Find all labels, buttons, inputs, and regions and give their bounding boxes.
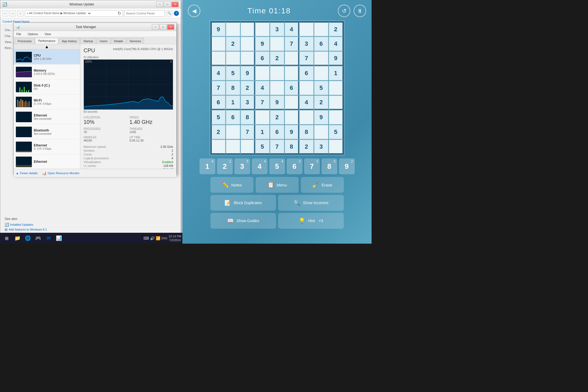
tm-close-button[interactable]: ✕ — [167, 24, 174, 30]
start-button[interactable]: ⊞ — [1, 233, 12, 243]
tab-users[interactable]: Users — [97, 38, 111, 44]
sudoku-cell-5-4[interactable]: 9 — [270, 96, 284, 110]
sudoku-cell-3-1[interactable]: 5 — [226, 66, 240, 80]
back-button[interactable]: ← — [2, 10, 8, 17]
sudoku-cell-4-7[interactable]: 5 — [314, 81, 328, 95]
sudoku-cell-2-3[interactable]: 6 — [255, 51, 270, 66]
sudoku-cell-0-0[interactable]: 9 — [211, 22, 225, 36]
sudoku-cell-8-1[interactable] — [226, 140, 240, 154]
taskbar-task-manager[interactable]: 📊 — [54, 233, 64, 243]
sudoku-cell-6-5[interactable] — [285, 110, 299, 124]
sudoku-cell-7-4[interactable]: 6 — [270, 125, 284, 139]
sudoku-cell-8-7[interactable]: 3 — [314, 140, 328, 154]
sudoku-cell-8-3[interactable]: 5 — [255, 140, 270, 154]
sudoku-cell-1-4[interactable] — [270, 37, 284, 51]
sudoku-cell-1-5[interactable]: 7 — [285, 37, 299, 51]
sudoku-cell-6-6[interactable] — [299, 110, 314, 124]
scroll-up-btn[interactable]: ▲ — [14, 44, 80, 50]
taskbar-xbox[interactable]: 🎮 — [33, 233, 43, 243]
sudoku-cell-2-4[interactable]: 2 — [270, 51, 284, 66]
sudoku-cell-1-1[interactable]: 2 — [226, 37, 240, 51]
fewer-details-btn[interactable]: ▲ Fewer details — [16, 171, 38, 175]
search-input[interactable] — [124, 10, 165, 17]
address-dropdown[interactable] — [86, 11, 91, 15]
show-incorrect-button[interactable]: 🔍 Show Incorrect — [278, 195, 344, 211]
address-refresh[interactable]: ↻ — [118, 11, 121, 16]
up-button[interactable]: ↑ — [17, 10, 24, 17]
sudoku-cell-0-3[interactable] — [255, 22, 270, 36]
sidebar-item-wifi[interactable]: Wi-Fi S: 0 R: 0 Kbps — [14, 94, 80, 109]
num-btn-8[interactable]: 85 — [321, 158, 337, 174]
sudoku-cell-2-0[interactable] — [211, 51, 225, 66]
tab-startup[interactable]: Startup — [80, 38, 96, 44]
sudoku-cell-6-1[interactable]: 6 — [226, 110, 240, 124]
sudoku-cell-6-3[interactable] — [255, 110, 270, 124]
sudoku-cell-7-5[interactable]: 9 — [285, 125, 299, 139]
sudoku-cell-7-0[interactable]: 2 — [211, 125, 225, 139]
taskbar-mail[interactable]: ✉ — [44, 233, 53, 243]
show-guides-button[interactable]: 📖 Show Guides — [210, 213, 276, 229]
close-button[interactable]: ✕ — [171, 2, 179, 7]
sudoku-cell-2-2[interactable] — [241, 51, 255, 66]
tm-minimize-button[interactable]: ─ — [152, 24, 159, 30]
tm-maximize-button[interactable]: □ — [160, 24, 167, 30]
sudoku-cell-7-3[interactable]: 1 — [255, 125, 270, 139]
tab-processes[interactable]: Processes — [15, 38, 35, 44]
sudoku-cell-2-7[interactable] — [314, 51, 328, 66]
sudoku-cell-6-2[interactable]: 8 — [241, 110, 255, 124]
sudoku-cell-4-2[interactable]: 2 — [241, 81, 255, 95]
sudoku-cell-8-2[interactable] — [241, 140, 255, 154]
sudoku-cell-3-7[interactable] — [314, 66, 328, 80]
sudoku-cell-1-7[interactable]: 6 — [314, 37, 328, 51]
back-button[interactable]: ◀ — [188, 5, 200, 17]
sudoku-cell-2-8[interactable]: 9 — [329, 51, 343, 66]
sudoku-cell-7-1[interactable] — [226, 125, 240, 139]
num-btn-1[interactable]: 16 — [200, 158, 215, 174]
sudoku-cell-0-6[interactable] — [299, 22, 314, 36]
sudoku-cell-6-0[interactable]: 5 — [211, 110, 225, 124]
hint-button[interactable]: 💡 Hint ×3 — [278, 213, 344, 229]
tab-app-history[interactable]: App history — [59, 38, 80, 44]
sudoku-cell-1-0[interactable] — [211, 37, 225, 51]
menu-options[interactable]: Options — [26, 32, 40, 36]
sudoku-cell-0-2[interactable] — [241, 22, 255, 36]
sudoku-cell-4-4[interactable] — [270, 81, 284, 95]
sudoku-cell-0-7[interactable] — [314, 22, 328, 36]
help-button[interactable]: ? — [174, 11, 179, 16]
sudoku-cell-8-5[interactable]: 8 — [285, 140, 299, 154]
sudoku-cell-1-3[interactable]: 9 — [255, 37, 270, 51]
num-btn-2[interactable]: 21 — [217, 158, 233, 174]
erase-button[interactable]: 🧹 Erase — [301, 177, 344, 193]
sudoku-cell-8-6[interactable]: 2 — [299, 140, 314, 154]
menu-file[interactable]: File — [15, 32, 23, 36]
sudoku-cell-4-8[interactable] — [329, 81, 343, 95]
sidebar-item-cpu[interactable]: CPU 10% 1.40 GHz — [14, 50, 80, 65]
num-btn-5[interactable]: 54 — [269, 158, 285, 174]
sudoku-cell-5-6[interactable]: 4 — [299, 96, 314, 110]
sudoku-cell-2-5[interactable] — [285, 51, 299, 66]
sudoku-cell-0-5[interactable]: 4 — [285, 22, 299, 36]
sudoku-cell-8-0[interactable] — [211, 140, 225, 154]
sudoku-cell-7-8[interactable]: 5 — [329, 125, 343, 139]
sudoku-cell-6-4[interactable]: 2 — [270, 110, 284, 124]
sudoku-cell-5-2[interactable]: 3 — [241, 96, 255, 110]
taskbar-ie[interactable]: 🌐 — [23, 233, 33, 243]
sudoku-cell-5-5[interactable] — [285, 96, 299, 110]
minimize-button[interactable]: ─ — [156, 2, 163, 7]
sudoku-cell-3-5[interactable] — [285, 66, 299, 80]
tray-network-icon[interactable]: 📶 — [156, 236, 160, 240]
pause-button[interactable]: ⏸ — [354, 5, 366, 17]
installed-updates-link[interactable]: Installed Updates — [10, 223, 33, 226]
sudoku-cell-2-1[interactable] — [226, 51, 240, 66]
num-btn-3[interactable]: 35 — [234, 158, 250, 174]
add-features-link[interactable]: Add features to Windows 8.1 — [9, 228, 47, 231]
search-button[interactable]: 🔍 — [166, 10, 173, 17]
sudoku-cell-8-4[interactable]: 7 — [270, 140, 284, 154]
sudoku-cell-3-8[interactable]: 1 — [329, 66, 343, 80]
sudoku-cell-0-1[interactable] — [226, 22, 240, 36]
notes-button[interactable]: ✏️ Notes — [210, 177, 253, 193]
restart-button[interactable]: ↺ — [338, 5, 350, 17]
menu-button[interactable]: 📋 Menu — [256, 177, 299, 193]
menu-view[interactable]: View — [43, 32, 53, 36]
block-duplicates-button[interactable]: 📝 Block Duplicates — [210, 195, 276, 211]
